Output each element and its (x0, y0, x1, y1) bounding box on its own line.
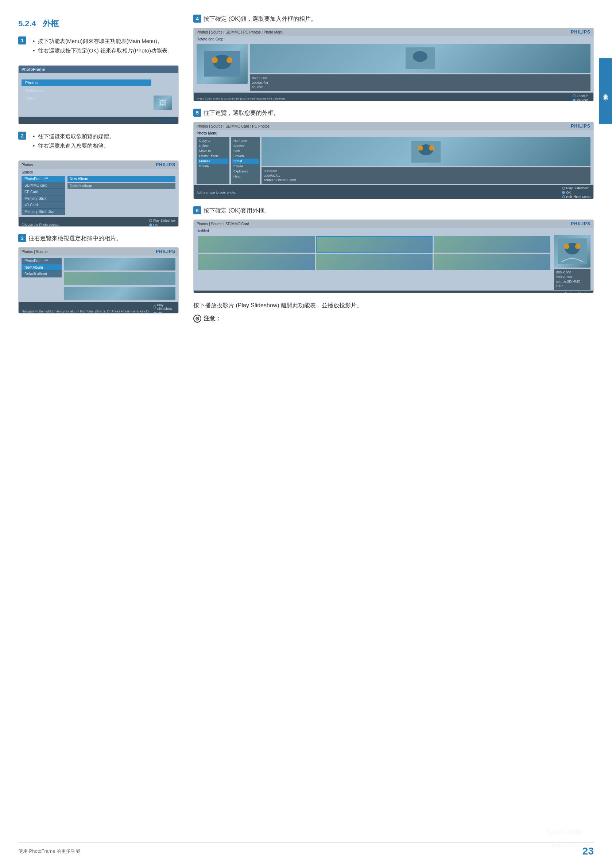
step4-screen: Photos | Source | SD/MMC | PC Photos | P… (194, 28, 593, 101)
page-content: 5.2.4 外框 1 按下功能表(Menu)鈕來存取主功能表(Main Menu… (0, 0, 612, 337)
step6-badge: 6 (193, 206, 201, 214)
step3-album-list: PhotoFrame™ New Album Default album (22, 258, 62, 300)
step5-screenshot: Photos | Source | SD/MMC Card | PC Photo… (193, 122, 594, 199)
step4-zoom-in-label: Zoom in (576, 94, 589, 98)
step5-radio-2: OK (562, 191, 590, 194)
step4-bottom-controls: Press Zoom in/out to zoom in the picture… (194, 93, 593, 101)
philips-logo-2: PHILIPS (156, 162, 176, 167)
philips-logo-1: PHILIPS (157, 118, 176, 122)
step5-radio-3: Edit Photo Menu (562, 195, 590, 199)
step5: 5 往下巡覽，選取您要的外框。 Photos | Source | SD/MMC… (193, 108, 594, 199)
menu-item-photos: Photos (25, 81, 37, 85)
step2-bullet-2: 往右巡覽來進入您要的相簿。 (33, 141, 115, 150)
step5-right: 800X600 2006/07/01 source:SD/MMC Card (261, 137, 590, 184)
note-icon: ⊜ (193, 315, 201, 322)
step2-bottom-text: Choose the Photo source: (22, 223, 59, 226)
step3-header: 3 往右巡覽來檢視選定相簿中的相片。 (18, 234, 179, 243)
step3-radio-2: OK (154, 312, 176, 313)
step5-radio-2-label: OK (566, 191, 571, 194)
note-section: 按下播放投影片 (Play Slideshow) 離開此功能表，並播放投影片。 … (193, 301, 594, 322)
step4-subtitle: Rotate and Crop (194, 36, 593, 42)
step5-cloud: Cloud (232, 158, 259, 164)
step5-dot-3 (562, 195, 565, 198)
step5-rotate: Rotate (198, 164, 228, 169)
step3-default: Default album (22, 271, 62, 277)
side-tab: 义士面系 (599, 58, 612, 124)
source-pf-text: PhotoFrame™ (25, 177, 48, 181)
side-tab-text: 义士面系 (602, 90, 609, 93)
step3: 3 往右巡覽來檢視選定相簿中的相片。 Photos | Source PHILI… (18, 234, 179, 313)
step5-svg (412, 141, 441, 163)
preview-svg (405, 47, 435, 69)
step5-left-menu: Copy to Delete Move to Photo Effects Fra… (197, 137, 230, 184)
radio-ok-label: OK (153, 223, 158, 227)
step5-dot-2 (562, 191, 565, 194)
thumb-item-6 (433, 254, 550, 270)
thumb-1 (64, 258, 176, 271)
step3-source-items: PhotoFrame™ New Album Default album (22, 258, 62, 277)
step1-badge: 1 (18, 36, 26, 45)
step3-new-text: New Album (25, 265, 43, 270)
broken-text: Broken (233, 154, 244, 158)
thumb-item-2 (316, 236, 433, 253)
step5-frames: Frames (198, 158, 228, 164)
step4-info-text: 880 X 600 2006/07/01 source: (252, 76, 588, 90)
blob-text: Blob (233, 149, 240, 153)
svg-point-8 (418, 146, 423, 150)
step1-screen-body: Photos Slideshow Setup 🖼 (19, 73, 179, 117)
step4-badge: 4 (193, 15, 201, 23)
svg-text:Baidu 经验: Baidu 经验 (546, 828, 582, 836)
svg-point-5 (413, 51, 427, 62)
step3-pf: PhotoFrame™ (22, 258, 62, 264)
svg-point-3 (227, 57, 232, 63)
step6-subtitle: Untitled (194, 228, 593, 234)
delete-text: Delete (199, 144, 209, 148)
step2-screenshot: Photos PHILIPS Source PhotoFrame™ SD/MMC… (18, 160, 179, 227)
thumb-3 (64, 287, 176, 300)
step5-badge: 5 (193, 108, 201, 117)
no-frame: No frame (233, 139, 247, 143)
step2-screen: Photos PHILIPS Source PhotoFrame™ SD/MMC… (19, 161, 179, 226)
main-photo-svg (204, 51, 240, 77)
step5-radio-1-label: Play Slideshow (566, 186, 588, 190)
thumb-item-1 (198, 236, 315, 253)
step2-radio-group: Play Slideshow OK (149, 219, 176, 227)
step1-header: 1 按下功能表(Menu)鈕來存取主功能表(Main Menu)。 往右巡覽或按… (18, 36, 179, 61)
step2: 2 往下巡覽來選取欲瀏覽的媒體。 往右巡覽來進入您要的相簿。 Photos PH… (18, 132, 179, 227)
step5-delete: Delete (198, 143, 228, 148)
step5-radio-group: Play Slideshow OK Edit Photo Menu (562, 186, 590, 199)
step5-move: Move to (198, 148, 228, 153)
play-slideshow-text: 按下播放投影片 (Play Slideshow) 離開此功能表，並播放投影片。 (193, 301, 594, 310)
step3-radio-dot-1 (154, 305, 156, 308)
step3-text: 往右巡覽來檢視選定相簿中的相片。 (28, 234, 122, 243)
note-line: ⊜ 注意： (193, 315, 594, 322)
step5-radio-1: Play Slideshow (562, 186, 590, 190)
step4-pan: Pan/OK (573, 98, 590, 101)
move-to: Move to (199, 149, 211, 153)
left-column: 5.2.4 外框 1 按下功能表(Menu)鈕來存取主功能表(Main Menu… (18, 15, 179, 322)
step2-album-list: New Album Default album (67, 176, 176, 215)
step3-radio-group: Play Slideshow OK Album Menu (154, 303, 176, 313)
step6-thumb-grid (197, 235, 552, 290)
default-album-text: Default album (70, 184, 92, 188)
source-photoframe: PhotoFrame™ (22, 176, 65, 182)
radio-slideshow: Play Slideshow (149, 219, 176, 222)
source-xd: xD Card (22, 202, 65, 209)
step6-preview (554, 235, 590, 268)
step3-screen-header-text: Photos | Source (22, 250, 47, 254)
step4-preview-photo (250, 44, 590, 73)
footer-title: 使用 PhotoFrame 的更多功能 (18, 848, 80, 854)
step4-bottom-text: Press Zoom in/out to zoom in the picture… (197, 97, 286, 101)
step5-copy: Copy to (198, 138, 228, 143)
step6-subtitle-text: Untitled (197, 229, 209, 233)
step6-header-text: Photos | Source | SD/MMC Card (197, 222, 249, 226)
radio-slideshow-label: Play Slideshow (153, 219, 176, 222)
step5-bottom-controls: Add a shape to your photo. Play Slidesho… (194, 185, 593, 199)
step1: 1 按下功能表(Menu)鈕來存取主功能表(Main Menu)。 往右巡覽或按… (18, 36, 179, 124)
step1-menu: Photos Slideshow Setup (22, 76, 151, 114)
ellipse-text: Ellipse (233, 164, 243, 168)
step4-header-bar: Photos | Source | SD/MMC | PC Photos | P… (194, 28, 593, 36)
thumb-item-4 (198, 254, 315, 270)
album-default: Default album (67, 183, 176, 189)
step2-content: PhotoFrame™ SD/MMC card CF Card Memory S… (19, 176, 179, 217)
